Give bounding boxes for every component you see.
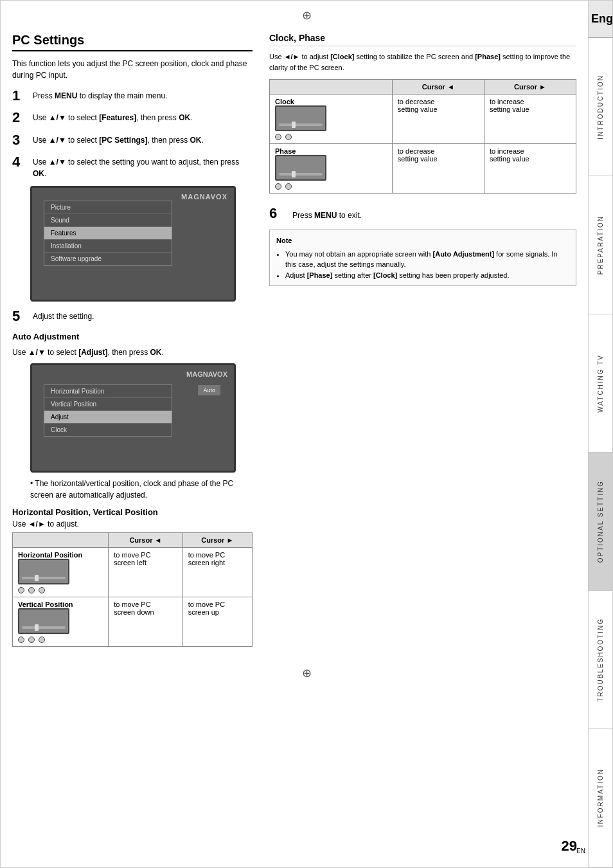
auto-menu-item-adjust: Adjust <box>44 411 172 424</box>
table-cell-clock-label: Clock <box>270 95 393 144</box>
step-1-number: 1 <box>12 87 30 104</box>
clock-phase-section: Clock, Phase Use ◄/► to adjust [Clock] s… <box>269 33 576 194</box>
mini-tv-icons-clock <box>275 134 387 140</box>
icon-circle-3 <box>39 587 45 593</box>
mini-tv-icons-phase <box>275 183 387 190</box>
sidebar-optional-setting-label: OPTIONAL SETTING <box>597 480 604 563</box>
table-cell-vertical-label: Vertical Position <box>13 597 109 646</box>
brand-label: MAGNAVOX <box>181 193 227 201</box>
step-6-text: Press MENU to exit. <box>292 207 362 221</box>
table-row-clock: Clock to decreasesetting value t <box>270 95 576 144</box>
mini-tv-horizontal <box>18 559 69 584</box>
tv-screen-menu: MAGNAVOX Picture Sound Features Installa… <box>30 186 236 302</box>
intro-text: This function lets you adjust the PC scr… <box>12 58 253 81</box>
step-3-number: 3 <box>12 132 30 149</box>
table-header-cursor-left: Cursor ◄ <box>109 532 182 547</box>
icon-circle-9 <box>275 183 281 190</box>
mini-tv-phase <box>275 155 326 181</box>
note-title: Note <box>276 235 569 246</box>
auto-menu-item-2: Vertical Position <box>44 398 172 411</box>
table-cell-vertical-left: to move PCscreen down <box>109 597 182 646</box>
horiz-vert-table: Cursor ◄ Cursor ► Horizontal Position <box>12 532 253 647</box>
sidebar-troubleshooting: TROUBLESHOOTING <box>589 591 612 729</box>
menu-item-features: Features <box>44 227 172 240</box>
icon-circle-5 <box>28 637 35 643</box>
top-crosshair: ⊕ <box>1 1 612 26</box>
step-4-number: 4 <box>12 154 30 170</box>
sidebar-english-label: English <box>589 1 612 38</box>
mini-tv-icons-horizontal <box>18 587 103 593</box>
auto-adjustment-bullet: • The horizontal/vertical position, cloc… <box>30 478 253 501</box>
clock-phase-title: Clock, Phase <box>269 33 576 46</box>
menu-overlay: Picture Sound Features Installation Soft… <box>44 201 172 266</box>
step-1: 1 Press MENU to display the main menu. <box>12 87 253 104</box>
auto-adjustment-instruction: Use ▲/▼ to select [Adjust], then press O… <box>12 344 253 358</box>
sidebar-watching-tv: WATCHING TV <box>589 314 612 453</box>
auto-adjustment-title: Auto Adjustment <box>12 332 253 341</box>
table-cell-clock-left: to decreasesetting value <box>392 95 484 144</box>
table-header-empty <box>13 532 109 547</box>
step-5: 5 Adjust the setting. <box>12 308 253 325</box>
auto-menu-item-4: Clock <box>44 424 172 436</box>
page-lang: EN <box>576 847 585 854</box>
horizontal-label: Horizontal Position <box>18 551 103 559</box>
note-list: You may not obtain an appropriate screen… <box>285 249 569 281</box>
sidebar-introduction: INTRODUCTION <box>589 38 612 176</box>
sidebar-preparation-label: PREPARATION <box>597 215 604 275</box>
icon-circle-4 <box>18 637 24 643</box>
table-cell-phase-label: Phase <box>270 144 393 194</box>
step-6-number: 6 <box>269 205 287 222</box>
right-column: Clock, Phase Use ◄/► to adjust [Clock] s… <box>263 33 576 647</box>
page-wrapper: ⊕ English INTRODUCTION PREPARATION WATCH… <box>0 0 613 868</box>
table-cell-phase-left: to decreasesetting value <box>392 144 484 194</box>
right-sidebar: English INTRODUCTION PREPARATION WATCHIN… <box>588 1 612 867</box>
icon-circle-2 <box>28 587 35 593</box>
brand-label-2: MAGNAVOX <box>186 370 227 378</box>
table-cell-horizontal-left: to move PCscreen left <box>109 547 182 597</box>
sidebar-optional-setting: OPTIONAL SETTING <box>589 453 612 591</box>
note-box: Note You may not obtain an appropriate s… <box>269 230 576 286</box>
step-3: 3 Use ▲/▼ to select [PC Settings], then … <box>12 132 253 149</box>
menu-item-picture: Picture <box>44 201 172 214</box>
step-2-number: 2 <box>12 109 30 126</box>
cp-table-header-empty <box>270 80 393 95</box>
horiz-vert-section: Horizontal Position, Vertical Position U… <box>12 507 253 647</box>
sidebar-information-label: INFORMATION <box>597 768 604 827</box>
left-column: PC Settings This function lets you adjus… <box>12 33 263 647</box>
table-cell-vertical-right: to move PCscreen up <box>182 597 252 646</box>
menu-item-sound: Sound <box>44 214 172 227</box>
table-row-horizontal: Horizontal Position to move <box>13 547 253 597</box>
page-number: 29 <box>562 838 577 854</box>
mini-slider-vertical <box>22 626 66 629</box>
step-2-text: Use ▲/▼ to select [Features], then press… <box>33 109 193 123</box>
horiz-vert-instruction: Use ◄/► to adjust. <box>12 520 253 529</box>
clock-phase-table: Cursor ◄ Cursor ► Clock <box>269 79 576 194</box>
icon-circle-6 <box>39 637 45 643</box>
mini-slider-clock <box>279 123 323 126</box>
menu-item-installation: Installation <box>44 240 172 253</box>
tv-screen-auto-adjust: MAGNAVOX Horizontal Position Vertical Po… <box>30 363 236 473</box>
phase-label: Phase <box>275 147 387 155</box>
step-6: 6 Press MENU to exit. <box>269 205 576 222</box>
sidebar-information: INFORMATION <box>589 729 612 867</box>
mini-tv-clock <box>275 105 326 131</box>
step-2: 2 Use ▲/▼ to select [Features], then pre… <box>12 109 253 126</box>
auto-button: Auto <box>197 384 221 396</box>
step-5-number: 5 <box>12 308 30 325</box>
step-5-text: Adjust the setting. <box>33 308 94 322</box>
cp-table-header-cursor-left: Cursor ◄ <box>392 80 484 95</box>
auto-menu-item-1: Horizontal Position <box>44 385 172 398</box>
note-item-1: You may not obtain an appropriate screen… <box>285 249 569 270</box>
mini-tv-icons-vertical <box>18 637 103 643</box>
table-cell-phase-right: to increasesetting value <box>484 144 576 194</box>
clock-phase-intro: Use ◄/► to adjust [Clock] setting to sta… <box>269 51 576 73</box>
sidebar-preparation: PREPARATION <box>589 176 612 314</box>
mini-slider-phase <box>279 173 323 176</box>
sidebar-watching-tv-label: WATCHING TV <box>597 354 604 413</box>
note-item-2: Adjust [Phase] setting after [Clock] set… <box>285 270 569 281</box>
sidebar-troubleshooting-label: TROUBLESHOOTING <box>597 618 604 702</box>
table-row-phase: Phase to decreasesetting value t <box>270 144 576 194</box>
table-row-vertical: Vertical Position to move P <box>13 597 253 646</box>
auto-adjustment-section: Auto Adjustment Use ▲/▼ to select [Adjus… <box>12 332 253 358</box>
main-content: PC Settings This function lets you adjus… <box>1 26 588 660</box>
